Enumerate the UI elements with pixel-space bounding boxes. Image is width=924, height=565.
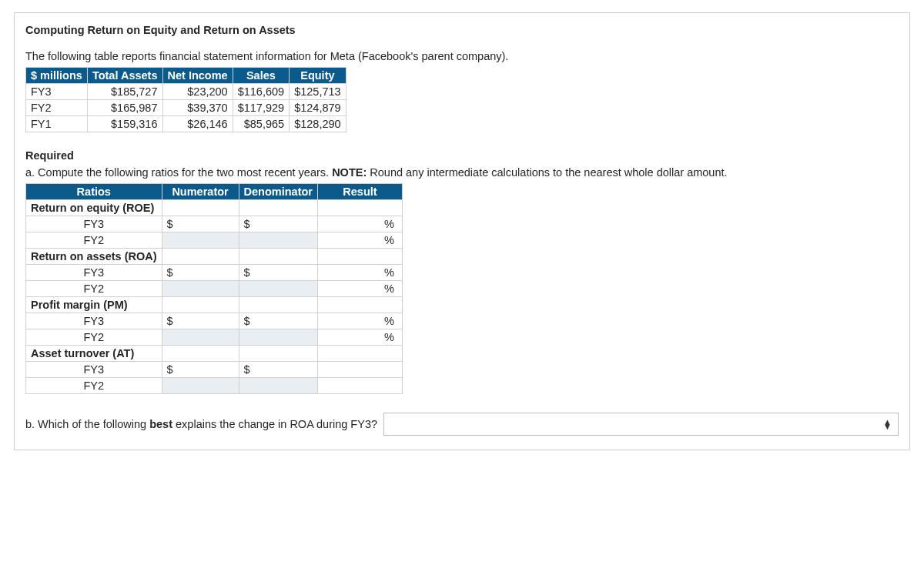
cell: FY1	[26, 116, 88, 132]
th-denominator: Denominator	[239, 184, 317, 200]
result-input[interactable]: %	[317, 313, 402, 329]
part-a-text: a. Compute the following ratios for the …	[25, 166, 899, 179]
denominator-input[interactable]	[239, 281, 317, 297]
result-input[interactable]	[317, 378, 402, 394]
cell: $39,370	[162, 100, 233, 116]
result-input[interactable]: %	[317, 232, 402, 249]
th-ratios: Ratios	[26, 184, 162, 200]
part-b-suffix: explains the change in ROA during FY3?	[172, 418, 377, 430]
intro-text: The following table reports financial st…	[25, 50, 899, 62]
empty-cell	[239, 200, 317, 216]
empty-cell	[162, 297, 239, 313]
table-row: FY3 $185,727 $23,200 $116,609 $125,713	[26, 84, 346, 100]
denominator-input[interactable]	[239, 329, 317, 346]
denominator-input[interactable]	[239, 378, 317, 394]
empty-cell	[239, 297, 317, 313]
cell: $116,609	[233, 84, 289, 100]
cell: $117,929	[233, 100, 289, 116]
th-millions: $ millions	[26, 68, 88, 84]
cell: $128,290	[290, 116, 346, 132]
denominator-input[interactable]	[239, 232, 317, 249]
th-total-assets: Total Assets	[87, 68, 162, 84]
empty-cell	[162, 346, 239, 362]
numerator-input[interactable]: $	[162, 265, 239, 281]
ratio-row-label: FY3	[26, 362, 162, 378]
result-input[interactable]: %	[317, 281, 402, 297]
ratio-row-label: FY3	[26, 265, 162, 281]
ratio-section-label: Return on assets (ROA)	[26, 249, 162, 265]
result-input[interactable]: %	[317, 216, 402, 232]
table-row: FY1 $159,316 $26,146 $85,965 $128,290	[26, 116, 346, 132]
empty-cell	[239, 249, 317, 265]
cell: FY2	[26, 100, 88, 116]
denominator-input[interactable]: $	[239, 216, 317, 232]
denominator-input[interactable]: $	[239, 362, 317, 378]
note-label: NOTE:	[332, 166, 367, 179]
cell: $23,200	[162, 84, 233, 100]
cell: $124,879	[290, 100, 346, 116]
numerator-input[interactable]: $	[162, 313, 239, 329]
numerator-input[interactable]	[162, 329, 239, 346]
empty-cell	[239, 346, 317, 362]
result-input[interactable]: %	[317, 265, 402, 281]
cell: $26,146	[162, 116, 233, 132]
ratio-row-label: FY2	[26, 232, 162, 249]
empty-cell	[317, 200, 402, 216]
numerator-input[interactable]	[162, 232, 239, 249]
ratio-row-label: FY2	[26, 281, 162, 297]
note-text: Round any intermediate calculations to t…	[367, 166, 727, 179]
th-sales: Sales	[233, 68, 289, 84]
cell: $125,713	[290, 84, 346, 100]
numerator-input[interactable]: $	[162, 362, 239, 378]
result-input[interactable]: %	[317, 329, 402, 346]
part-b-row: b. Which of the following best explains …	[25, 413, 899, 436]
cell: $165,987	[87, 100, 162, 116]
ratio-row-label: FY3	[26, 216, 162, 232]
part-b-prefix: b. Which of the following	[25, 418, 149, 430]
part-b-text: b. Which of the following best explains …	[25, 418, 377, 430]
ratio-section-label: Asset turnover (AT)	[26, 346, 162, 362]
cell: FY3	[26, 84, 88, 100]
th-numerator: Numerator	[162, 184, 239, 200]
denominator-input[interactable]: $	[239, 313, 317, 329]
part-a-prefix: a. Compute the following ratios for the …	[25, 166, 332, 179]
required-heading: Required	[25, 149, 899, 162]
result-input[interactable]	[317, 362, 402, 378]
empty-cell	[317, 249, 402, 265]
numerator-input[interactable]	[162, 378, 239, 394]
numerator-input[interactable]: $	[162, 216, 239, 232]
th-result: Result	[317, 184, 402, 200]
cell: $185,727	[87, 84, 162, 100]
updown-icon: ▲▼	[883, 420, 892, 429]
cell: $85,965	[233, 116, 289, 132]
ratios-table: Ratios Numerator Denominator Result Retu…	[25, 183, 403, 394]
ratio-row-label: FY2	[26, 378, 162, 394]
table-row: FY2 $165,987 $39,370 $117,929 $124,879	[26, 100, 346, 116]
numerator-input[interactable]	[162, 281, 239, 297]
ratio-section-label: Profit margin (PM)	[26, 297, 162, 313]
ratio-row-label: FY2	[26, 329, 162, 346]
cell: $159,316	[87, 116, 162, 132]
denominator-input[interactable]: $	[239, 265, 317, 281]
th-net-income: Net Income	[162, 68, 233, 84]
empty-cell	[162, 200, 239, 216]
page-title: Computing Return on Equity and Return on…	[25, 24, 899, 36]
empty-cell	[162, 249, 239, 265]
th-equity: Equity	[290, 68, 346, 84]
financial-data-table: $ millions Total Assets Net Income Sales…	[25, 67, 346, 132]
roa-change-select[interactable]: ▲▼	[383, 413, 899, 436]
part-b-bold: best	[149, 418, 172, 430]
ratio-row-label: FY3	[26, 313, 162, 329]
empty-cell	[317, 346, 402, 362]
empty-cell	[317, 297, 402, 313]
ratio-section-label: Return on equity (ROE)	[26, 200, 162, 216]
